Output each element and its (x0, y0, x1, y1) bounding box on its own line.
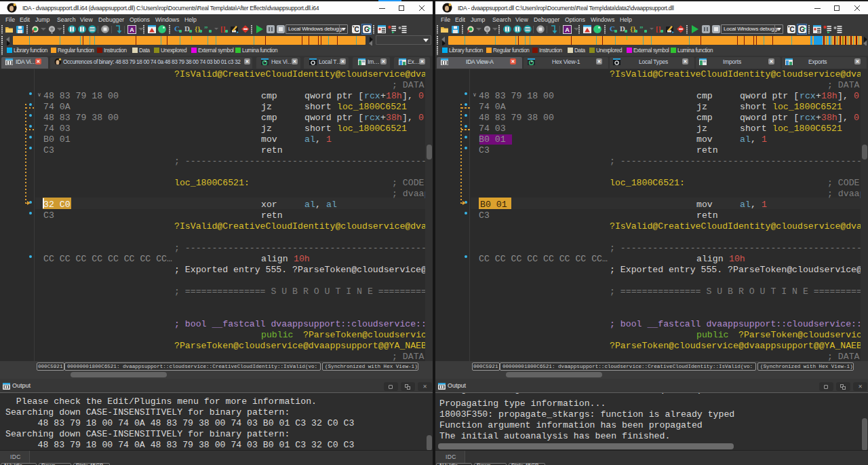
svg-text:A: A (130, 26, 134, 33)
svg-text:C: C (789, 26, 794, 33)
svg-text:A: A (565, 26, 570, 33)
svg-text:C: C (354, 26, 359, 33)
